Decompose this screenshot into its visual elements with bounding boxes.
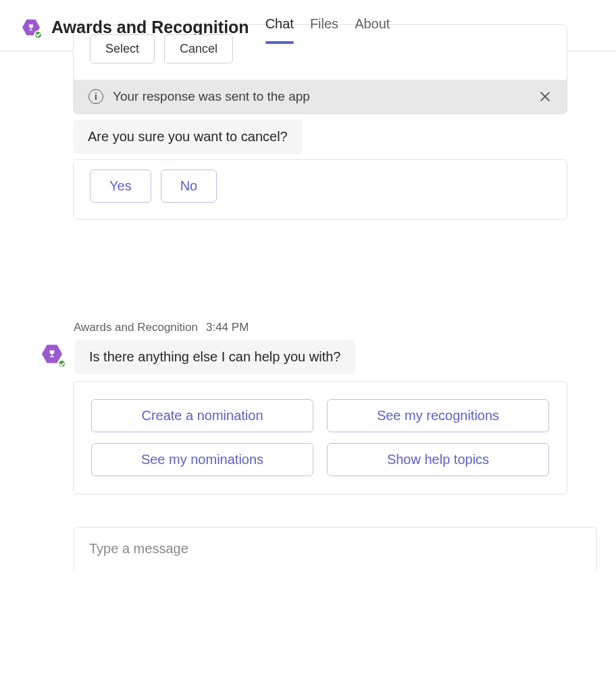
- tab-about[interactable]: About: [355, 12, 390, 43]
- cancel-button[interactable]: Cancel: [164, 34, 233, 63]
- bot-avatar: [42, 344, 65, 367]
- sender-name: Awards and Recognition: [74, 321, 198, 334]
- info-icon: i: [88, 89, 103, 104]
- notice-text: Your response was sent to the app: [113, 89, 310, 104]
- presence-available-icon: [57, 359, 66, 368]
- bot-message: Is there anything else I can help you wi…: [74, 340, 355, 374]
- presence-available-icon: [34, 30, 43, 39]
- app-avatar: [20, 17, 42, 38]
- no-button[interactable]: No: [161, 170, 217, 203]
- response-sent-notice: i Your response was sent to the app: [74, 80, 567, 113]
- suggested-actions-card: Create a nomination See my recognitions …: [73, 381, 567, 494]
- confirm-card: Yes No: [73, 159, 567, 220]
- see-nominations-button[interactable]: See my nominations: [91, 443, 313, 476]
- yes-button[interactable]: Yes: [90, 170, 151, 203]
- message-input[interactable]: Type a message: [74, 527, 597, 570]
- bot-message-row: Is there anything else I can help you wi…: [42, 340, 607, 374]
- create-nomination-button[interactable]: Create a nomination: [91, 399, 313, 432]
- select-button[interactable]: Select: [90, 34, 155, 63]
- tab-list: Chat Files About: [265, 12, 390, 43]
- show-help-button[interactable]: Show help topics: [327, 443, 549, 476]
- tab-files[interactable]: Files: [310, 12, 338, 43]
- message-timestamp: 3:44 PM: [206, 321, 249, 334]
- message-sender-row: Awards and Recognition 3:44 PM: [74, 321, 607, 334]
- tab-chat[interactable]: Chat: [265, 12, 294, 43]
- bot-message: Are you sure you want to cancel?: [73, 120, 303, 154]
- see-recognitions-button[interactable]: See my recognitions: [327, 399, 549, 432]
- chat-panel: Select Cancel i Your response was sent t…: [0, 24, 616, 570]
- close-icon[interactable]: [538, 90, 552, 103]
